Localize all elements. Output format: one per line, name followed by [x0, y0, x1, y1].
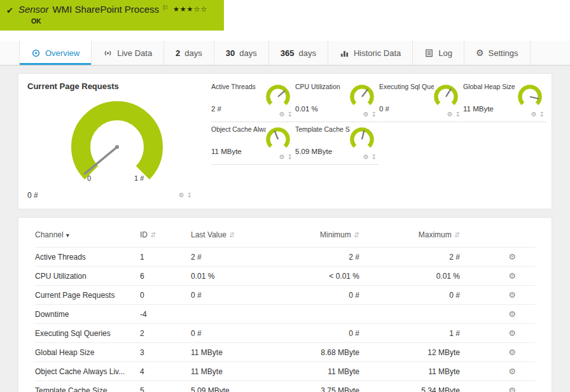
- cell-last-value: 11 MByte: [191, 362, 286, 381]
- cell-maximum: [359, 305, 460, 324]
- sort-icon: ⇵: [150, 231, 156, 239]
- tab-overview[interactable]: Overview: [19, 41, 92, 65]
- table-row[interactable]: Object Cache Always Liv... 4 11 MByte 11…: [35, 362, 535, 381]
- status-ok-check-icon: ✔: [6, 6, 13, 15]
- gauge-template-cache-size[interactable]: Template Cache Size 5.09 MByte ⚙↧: [295, 124, 379, 165]
- gear-icon[interactable]: ⚙: [531, 111, 537, 118]
- channel-settings-icon[interactable]: ⚙: [508, 290, 516, 300]
- table-row[interactable]: CPU Utilization 6 0.01 % < 0.01 % 0.01 %…: [35, 267, 535, 286]
- channel-settings-icon[interactable]: ⚙: [508, 367, 516, 376]
- cell-minimum: 0 #: [286, 324, 359, 343]
- gauge-min-label: 0: [87, 174, 91, 182]
- col-header-minimum[interactable]: Minimum⇵: [286, 228, 359, 248]
- gear-icon[interactable]: ⚙: [363, 154, 369, 160]
- pin-icon[interactable]: ↧: [288, 111, 293, 118]
- pin-icon[interactable]: ↧: [539, 111, 545, 118]
- live-data-icon: [103, 48, 113, 58]
- tab-bar: Overview Live Data 2 days 30 days 365 da…: [0, 41, 570, 66]
- content-area: Current Page Requests 0 1 # 0 # ⚙ ↧: [0, 66, 570, 392]
- cell-channel: Executing Sql Queries: [35, 324, 140, 343]
- gauge-value: 2 #: [211, 105, 221, 113]
- channel-settings-icon[interactable]: ⚙: [508, 328, 516, 338]
- sort-icon: ⇵: [354, 231, 359, 239]
- table-row[interactable]: Global Heap Size 3 11 MByte 8.68 MByte 1…: [35, 343, 535, 362]
- channel-settings-icon[interactable]: ⚙: [508, 252, 516, 262]
- gauge-executing-sql-queries[interactable]: Executing Sql Queries 0 # ⚙↧: [379, 81, 462, 122]
- gauge-arc: [264, 83, 292, 111]
- channel-settings-icon[interactable]: ⚙: [508, 347, 516, 357]
- tab-label: Live Data: [117, 48, 152, 58]
- sort-desc-icon: ▾: [66, 232, 69, 239]
- tab-historic-data[interactable]: Historic Data: [328, 41, 413, 65]
- flag-icon[interactable]: ⚐: [162, 4, 169, 11]
- gauge-needle: [278, 90, 285, 97]
- table-row[interactable]: Current Page Requests 0 0 # 0 # 0 # ⚙: [35, 286, 535, 305]
- historic-data-icon: [340, 48, 349, 58]
- col-header-id[interactable]: ID⇵: [140, 228, 191, 248]
- gauge-cpu-utilization[interactable]: CPU Utilization 0.01 % ⚙↧: [295, 81, 379, 122]
- topbar: ✔ SensorWMI SharePoint Process⚐★★★☆☆ OK: [0, 0, 570, 31]
- col-header-maximum[interactable]: Maximum⇵: [359, 228, 460, 248]
- gear-icon[interactable]: ⚙: [279, 154, 285, 160]
- cell-channel: CPU Utilization: [35, 267, 140, 286]
- channel-settings-icon[interactable]: ⚙: [508, 309, 516, 319]
- sensor-kind-label: Sensor: [18, 4, 49, 15]
- gear-icon[interactable]: ⚙: [363, 111, 369, 118]
- pin-icon[interactable]: ↧: [372, 111, 377, 118]
- gauge-current-value: 0 #: [27, 191, 38, 200]
- tab-365-days[interactable]: 365 days: [269, 41, 328, 65]
- pin-icon[interactable]: ↧: [372, 154, 377, 160]
- gear-icon[interactable]: ⚙: [179, 192, 184, 199]
- tab-30-days[interactable]: 30 days: [214, 41, 269, 65]
- tab-settings[interactable]: ⚙ Settings: [464, 41, 531, 65]
- cell-channel: Template Cache Size: [35, 381, 140, 392]
- main-gauge-arc: [63, 93, 171, 185]
- cell-maximum: 0.01 %: [359, 267, 460, 286]
- cell-maximum: 2 #: [359, 248, 460, 267]
- channel-settings-icon[interactable]: ⚙: [508, 386, 516, 392]
- sort-icon: ⇵: [229, 231, 235, 239]
- banner-text: SensorWMI SharePoint Process⚐★★★☆☆ OK: [18, 4, 207, 25]
- pin-icon[interactable]: ↧: [187, 192, 192, 199]
- stars-filled: ★★★: [173, 5, 194, 13]
- tab-2-days[interactable]: 2 days: [164, 41, 214, 65]
- tab-log[interactable]: Log: [413, 41, 464, 65]
- table-header-row: Channel▾ ID⇵ Last Value⇵ Minimum⇵ Maximu…: [35, 228, 535, 248]
- gauge-active-threads[interactable]: Active Threads 2 # ⚙↧: [211, 81, 295, 122]
- col-label: Minimum: [320, 230, 351, 239]
- gauge-empty-cell: [379, 124, 462, 165]
- gauge-label: Global Heap Size: [463, 81, 518, 90]
- table-row[interactable]: Active Threads 1 2 # 2 # 2 # ⚙: [35, 248, 535, 267]
- cell-id: 2: [140, 324, 191, 343]
- gauge-object-cache-always-live[interactable]: Object Cache Always L... 11 MByte ⚙↧: [211, 124, 295, 165]
- col-label: Last Value: [191, 230, 226, 239]
- cell-maximum: 1 #: [359, 324, 460, 343]
- table-row[interactable]: Downtime -4 ⚙: [35, 305, 535, 324]
- col-label: Maximum: [419, 230, 452, 239]
- gauge-current-page-requests[interactable]: Current Page Requests 0 1 # 0 # ⚙ ↧: [27, 81, 209, 204]
- table-row[interactable]: Template Cache Size 5 5.09 MByte 3.75 MB…: [35, 381, 535, 392]
- tab-number: 2: [176, 48, 180, 58]
- gauge-global-heap-size[interactable]: Global Heap Size 11 MByte ⚙↧: [463, 81, 546, 122]
- table-row[interactable]: Executing Sql Queries 2 0 # 0 # 1 # ⚙: [35, 324, 535, 343]
- col-header-channel[interactable]: Channel▾: [35, 228, 140, 248]
- gear-icon[interactable]: ⚙: [447, 111, 453, 118]
- tab-label: days: [239, 48, 256, 58]
- cell-maximum: 12 MByte: [359, 343, 460, 362]
- col-header-actions: [460, 228, 535, 248]
- gauge-value: 0.01 %: [295, 105, 318, 113]
- channel-settings-icon[interactable]: ⚙: [508, 271, 516, 281]
- pin-icon[interactable]: ↧: [455, 111, 461, 118]
- tab-live-data[interactable]: Live Data: [92, 41, 164, 65]
- sensor-status-banner: ✔ SensorWMI SharePoint Process⚐★★★☆☆ OK: [0, 0, 224, 31]
- gear-icon[interactable]: ⚙: [279, 111, 285, 118]
- gauge-value: 11 MByte: [211, 148, 242, 155]
- gauge-value: 11 MByte: [463, 105, 494, 113]
- cell-last-value: 0 #: [191, 286, 286, 305]
- log-icon: [424, 48, 434, 58]
- main-gauge: 0 1 #: [63, 93, 171, 185]
- col-header-last-value[interactable]: Last Value⇵: [191, 228, 286, 248]
- priority-stars[interactable]: ★★★☆☆: [173, 5, 207, 13]
- channel-table: Channel▾ ID⇵ Last Value⇵ Minimum⇵ Maximu…: [35, 228, 535, 392]
- pin-icon[interactable]: ↧: [288, 154, 293, 160]
